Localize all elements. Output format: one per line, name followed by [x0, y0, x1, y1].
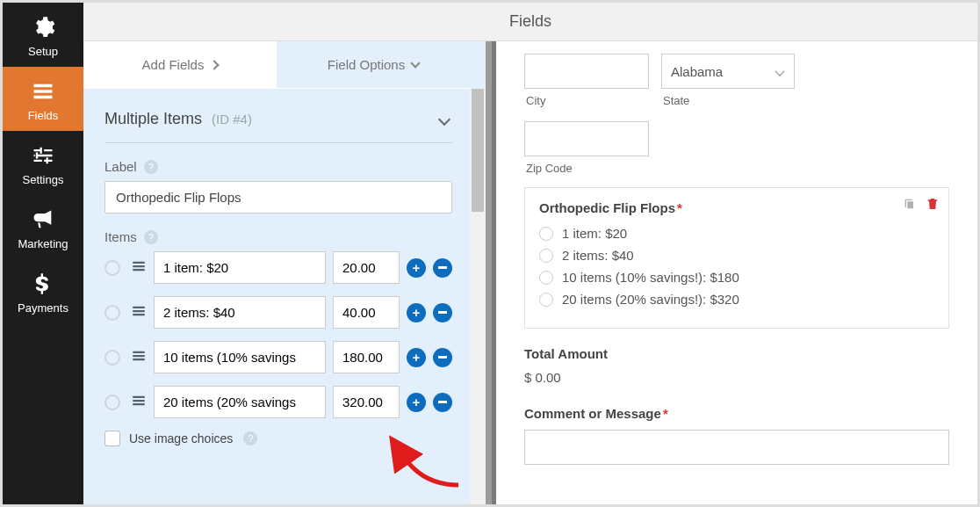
state-label: State: [663, 94, 795, 107]
default-radio[interactable]: [104, 305, 120, 321]
remove-item-button[interactable]: [433, 258, 452, 278]
default-radio[interactable]: [104, 350, 120, 366]
drag-handle-icon[interactable]: [131, 393, 147, 411]
sidebar-label: Setup: [28, 45, 58, 58]
duplicate-icon[interactable]: [903, 197, 917, 214]
panel-divider[interactable]: [486, 41, 496, 504]
preview-field-title: Orthopedic Flip Flops*: [539, 200, 934, 215]
section-title: Multiple Items: [104, 110, 202, 127]
image-choices-label: Use image choices: [129, 431, 233, 445]
item-row: [104, 341, 452, 373]
sidebar-item-fields[interactable]: Fields: [3, 67, 83, 131]
city-label: City: [526, 94, 649, 107]
chevron-down-icon[interactable]: [438, 112, 450, 125]
help-icon[interactable]: ?: [144, 160, 158, 174]
form-preview: City Alabama State Zip Code: [496, 41, 977, 504]
comment-textarea[interactable]: [524, 430, 949, 465]
label-caption: Label ?: [104, 159, 452, 174]
chevron-down-icon: [411, 58, 421, 68]
page-title: Fields: [83, 3, 977, 41]
section-id: (ID #4): [212, 112, 252, 127]
item-price-input[interactable]: [333, 341, 400, 373]
dollar-icon: [31, 272, 55, 296]
add-item-button[interactable]: [407, 258, 426, 278]
trash-icon[interactable]: [926, 197, 940, 214]
sidebar-nav: Setup Fields Settings Marketing Payments: [3, 3, 83, 504]
radio-icon: [539, 293, 553, 307]
radio-icon: [539, 227, 553, 241]
tab-field-options[interactable]: Field Options: [277, 41, 470, 89]
section-header[interactable]: Multiple Items (ID #4): [104, 110, 452, 143]
radio-icon: [539, 249, 553, 263]
list-icon: [31, 79, 55, 104]
item-price-input[interactable]: [333, 386, 400, 418]
sidebar-label: Fields: [28, 109, 59, 122]
drag-handle-icon[interactable]: [131, 303, 147, 322]
sidebar-item-setup[interactable]: Setup: [3, 3, 83, 67]
item-label-input[interactable]: [154, 386, 326, 418]
item-row: [104, 386, 452, 418]
add-item-button[interactable]: [407, 303, 426, 322]
scrollbar-track[interactable]: [470, 89, 486, 504]
help-icon[interactable]: ?: [144, 230, 158, 244]
sidebar-label: Marketing: [18, 237, 68, 250]
sidebar-item-settings[interactable]: Settings: [3, 131, 83, 195]
total-label: Total Amount: [524, 346, 949, 361]
preview-option[interactable]: 20 items (20% savings!): $320: [539, 292, 934, 307]
items-caption: Items ?: [104, 229, 452, 244]
comment-label: Comment or Message*: [524, 406, 949, 421]
state-select[interactable]: Alabama: [661, 54, 795, 89]
zip-label: Zip Code: [526, 162, 949, 175]
gear-icon: [31, 15, 55, 40]
add-item-button[interactable]: [407, 348, 426, 367]
add-item-button[interactable]: [407, 393, 426, 412]
item-row: [104, 251, 452, 284]
help-icon[interactable]: ?: [243, 431, 257, 445]
preview-option[interactable]: 1 item: $20: [539, 226, 934, 241]
item-row: [104, 296, 452, 329]
default-radio[interactable]: [104, 395, 120, 410]
sidebar-label: Settings: [23, 173, 64, 186]
remove-item-button[interactable]: [433, 393, 452, 412]
bullhorn-icon: [31, 207, 55, 232]
drag-handle-icon[interactable]: [131, 258, 147, 277]
label-input[interactable]: [104, 181, 452, 214]
item-price-input[interactable]: [333, 296, 400, 329]
item-price-input[interactable]: [333, 251, 400, 284]
sliders-icon: [31, 143, 55, 168]
image-choices-row[interactable]: Use image choices ?: [104, 431, 452, 446]
sidebar-item-payments[interactable]: Payments: [3, 259, 83, 323]
item-label-input[interactable]: [154, 251, 326, 284]
total-value: $ 0.00: [524, 370, 949, 385]
remove-item-button[interactable]: [433, 348, 452, 367]
drag-handle-icon[interactable]: [131, 348, 147, 366]
city-input[interactable]: [524, 54, 649, 89]
chevron-down-icon: [775, 66, 784, 76]
tab-add-fields[interactable]: Add Fields: [83, 41, 277, 89]
zip-input[interactable]: [524, 121, 649, 156]
radio-icon: [539, 271, 553, 285]
sidebar-item-marketing[interactable]: Marketing: [3, 195, 83, 259]
chevron-right-icon: [210, 60, 220, 69]
preview-field-block[interactable]: Orthopedic Flip Flops* 1 item: $20 2 ite…: [524, 187, 949, 329]
preview-option[interactable]: 10 items (10% savings!): $180: [539, 270, 934, 285]
item-label-input[interactable]: [154, 341, 326, 373]
checkbox[interactable]: [104, 431, 120, 446]
scrollbar-thumb[interactable]: [472, 89, 484, 212]
remove-item-button[interactable]: [433, 303, 452, 322]
item-label-input[interactable]: [154, 296, 326, 329]
preview-option[interactable]: 2 items: $40: [539, 248, 934, 263]
sidebar-label: Payments: [18, 301, 68, 315]
default-radio[interactable]: [104, 260, 120, 276]
